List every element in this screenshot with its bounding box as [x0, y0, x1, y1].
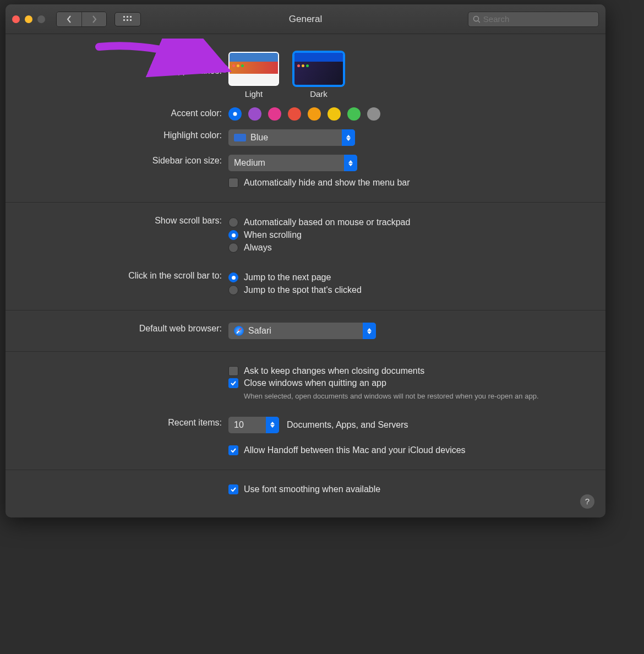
radio-label: Jump to the next page: [244, 272, 331, 282]
highlight-color-label: Highlight color:: [6, 129, 228, 140]
radio-label: Automatically based on mouse or trackpad: [244, 217, 410, 227]
grid-icon: [123, 16, 132, 23]
appearance-option-light[interactable]: Light: [228, 52, 279, 99]
radio-label: Always: [244, 243, 272, 253]
checkbox-icon: [228, 484, 238, 494]
chevron-right-icon: [91, 15, 97, 23]
appearance-option-dark-label: Dark: [293, 89, 344, 99]
help-button[interactable]: ?: [580, 494, 594, 509]
default-browser-label: Default web browser:: [6, 323, 228, 334]
svg-rect-4: [127, 19, 128, 21]
clickscroll-option-1[interactable]: Jump to the spot that's clicked: [228, 285, 589, 295]
appearance-label: Appearance:: [6, 52, 228, 76]
default-browser-select[interactable]: Safari: [228, 323, 376, 339]
accent-color-row: Accent color:: [6, 103, 605, 125]
radio-icon: [228, 230, 238, 240]
click-scroll-label: Click in the scroll bar to:: [6, 270, 228, 281]
handoff-checkbox-row[interactable]: Allow Handoff between this Mac and your …: [228, 445, 589, 455]
documents-row: Ask to keep changes when closing documen…: [6, 359, 605, 407]
svg-rect-3: [123, 19, 125, 21]
checkbox-icon: [228, 366, 238, 376]
forward-button[interactable]: [81, 12, 106, 26]
radio-icon: [228, 272, 238, 282]
svg-line-7: [478, 21, 480, 23]
scroll-bars-radios: Automatically based on mouse or trackpad…: [228, 215, 589, 255]
stepper-icon: [344, 155, 357, 171]
radio-icon: [228, 285, 238, 295]
recent-items-label: Recent items:: [6, 417, 228, 428]
sidebar-size-label: Sidebar icon size:: [6, 155, 228, 166]
scrollbars-option-0[interactable]: Automatically based on mouse or trackpad: [228, 217, 589, 227]
appearance-option-dark[interactable]: Dark: [293, 52, 344, 99]
highlight-color-chip: [234, 134, 246, 141]
svg-rect-0: [123, 16, 125, 18]
highlight-color-row: Highlight color: Blue: [6, 125, 605, 150]
font-smoothing-row: Use font smoothing when available: [6, 478, 605, 501]
handoff-label: Allow Handoff between this Mac and your …: [244, 445, 466, 455]
recent-items-suffix: Documents, Apps, and Servers: [287, 420, 408, 430]
scroll-bars-row: Show scroll bars: Automatically based on…: [6, 210, 605, 260]
safari-icon: [234, 326, 244, 336]
accent-swatch-2[interactable]: [268, 107, 281, 121]
chevron-left-icon: [67, 15, 72, 23]
highlight-color-select[interactable]: Blue: [228, 129, 355, 146]
radio-icon: [228, 243, 238, 253]
minimize-window-button[interactable]: [25, 15, 32, 23]
accent-color-label: Accent color:: [6, 107, 228, 118]
search-field[interactable]: [468, 12, 599, 27]
stepper-icon: [266, 417, 279, 433]
radio-label: When scrolling: [244, 230, 302, 240]
accent-color-swatches: [228, 107, 589, 121]
accent-swatch-3[interactable]: [288, 107, 301, 121]
default-browser-value: Safari: [248, 326, 271, 336]
sidebar-size-row: Sidebar icon size: Medium Automatically …: [6, 150, 605, 194]
checkbox-icon: [228, 178, 238, 188]
checkbox-icon: [228, 445, 238, 455]
recent-items-value: 10: [234, 420, 244, 430]
zoom-window-button[interactable]: [37, 15, 45, 23]
recent-items-row: Recent items: 10 Documents, Apps, and Se…: [6, 412, 605, 462]
toolbar: General: [6, 4, 605, 34]
accent-swatch-6[interactable]: [347, 107, 361, 121]
ask-changes-checkbox-row[interactable]: Ask to keep changes when closing documen…: [228, 366, 589, 376]
accent-swatch-7[interactable]: [367, 107, 380, 121]
stepper-icon: [363, 323, 376, 339]
menu-bar-hide-checkbox-row[interactable]: Automatically hide and show the menu bar: [228, 178, 589, 188]
close-windows-checkbox-row[interactable]: Close windows when quitting an app: [228, 378, 589, 388]
default-browser-row: Default web browser: Safari: [6, 318, 605, 344]
scroll-bars-label: Show scroll bars:: [6, 215, 228, 226]
svg-rect-2: [130, 16, 132, 18]
ask-changes-label: Ask to keep changes when closing documen…: [244, 366, 424, 376]
accent-swatch-0[interactable]: [228, 107, 242, 121]
clickscroll-option-0[interactable]: Jump to the next page: [228, 272, 589, 282]
sidebar-size-select[interactable]: Medium: [228, 155, 357, 171]
svg-point-6: [474, 16, 479, 21]
show-all-button[interactable]: [114, 12, 141, 26]
search-input[interactable]: [483, 14, 594, 24]
sidebar-size-value: Medium: [234, 158, 265, 168]
scrollbars-option-1[interactable]: When scrolling: [228, 230, 589, 240]
close-window-button[interactable]: [12, 15, 20, 23]
appearance-row: Appearance: Light Dark: [6, 47, 605, 103]
font-smoothing-checkbox-row[interactable]: Use font smoothing when available: [228, 484, 589, 494]
menu-bar-hide-label: Automatically hide and show the menu bar: [244, 178, 410, 188]
accent-swatch-1[interactable]: [248, 107, 261, 121]
scrollbars-option-2[interactable]: Always: [228, 243, 589, 253]
accent-swatch-5[interactable]: [328, 107, 341, 121]
content-area: Appearance: Light Dark Accent color:: [6, 34, 605, 517]
checkbox-icon: [228, 378, 238, 388]
accent-swatch-4[interactable]: [308, 107, 321, 121]
search-icon: [473, 15, 480, 23]
divider: [6, 351, 605, 352]
back-button[interactable]: [57, 12, 81, 26]
close-windows-hint: When selected, open documents and window…: [244, 391, 589, 401]
nav-back-forward: [56, 12, 107, 27]
radio-label: Jump to the spot that's clicked: [244, 285, 362, 295]
click-scroll-row: Click in the scroll bar to: Jump to the …: [6, 265, 605, 302]
svg-rect-1: [127, 16, 128, 18]
recent-items-select[interactable]: 10: [228, 417, 279, 433]
divider: [6, 202, 605, 203]
close-windows-label: Close windows when quitting an app: [244, 378, 386, 388]
highlight-color-value: Blue: [250, 133, 268, 143]
appearance-option-light-label: Light: [228, 89, 279, 99]
